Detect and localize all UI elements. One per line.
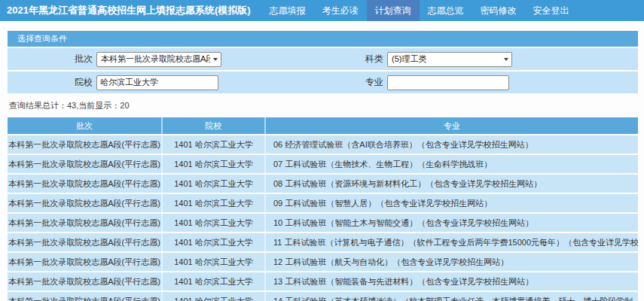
college-label: 院校 [8,76,96,89]
table-header: 批次 院校 专业 [8,117,638,134]
query-panel: 选择查询条件 批次 本科第一批次录取院校志愿A段(平行志愿) 科类 (5)理工类… [8,31,638,93]
cell-major: 13 工科试验班（智能装备与先进材料）（包含专业详见学校招生网站） [266,272,638,290]
cell-college: 1401 哈尔滨工业大学 [163,135,266,154]
top-navbar: 2021年黑龙江省普通高校招生网上填报志愿系统(模拟版) 志愿填报考生必读计划查… [0,0,644,21]
cell-batch: 本科第一批次录取院校志愿A段(平行志愿) [8,253,163,271]
query-row-1: 批次 本科第一批次录取院校志愿A段(平行志愿) 科类 (5)理工类 [8,47,638,70]
batch-label: 批次 [8,53,96,65]
cell-college: 1401 哈尔滨工业大学 [163,292,266,301]
cell-batch: 本科第一批次录取院校志愿A段(平行志愿) [8,292,163,301]
table-row[interactable]: 本科第一批次录取院校志愿A段(平行志愿)1401 哈尔滨工业大学08 工科试验班… [8,175,638,193]
header-major: 专业 [266,117,638,134]
table-row[interactable]: 本科第一批次录取院校志愿A段(平行志愿)1401 哈尔滨工业大学13 工科试验班… [8,272,638,290]
cell-college: 1401 哈尔滨工业大学 [163,253,266,271]
table-row[interactable]: 本科第一批次录取院校志愿A段(平行志愿)1401 哈尔滨工业大学07 工科试验班… [8,155,638,173]
table-row[interactable]: 本科第一批次录取院校志愿A段(平行志愿)1401 哈尔滨工业大学10 工科试验班… [8,214,638,232]
results-table: 批次 院校 专业 本科第一批次录取院校志愿A段(平行志愿)1401 哈尔滨工业大… [8,117,638,301]
nav-item-3[interactable]: 计划查询 [367,0,420,21]
category-select-value: (5)理工类 [392,53,426,65]
main-nav: 志愿填报考生必读计划查询志愿总览密码修改安全登出 [261,0,578,21]
cell-batch: 本科第一批次录取院校志愿A段(平行志愿) [8,135,163,154]
cell-major: 10 工科试验班（智能土木与智能交通）（包含专业详见学校招生网站） [266,214,638,232]
major-label: 专业 [230,76,387,89]
nav-item-2[interactable]: 考生必读 [314,0,367,21]
app-title: 2021年黑龙江省普通高校招生网上填报志愿系统(模拟版) [0,0,251,21]
table-row[interactable]: 本科第一批次录取院校志愿A段(平行志愿)1401 哈尔滨工业大学14 工科试验班… [8,292,638,301]
cell-major: 08 工科试验班（资源环境与新材料化工）（包含专业详见学校招生网站） [266,175,638,193]
result-summary: 查询结果总计：43,当前显示：20 [9,100,638,111]
major-input[interactable] [387,75,509,90]
nav-item-1[interactable]: 志愿填报 [261,0,314,21]
table-row[interactable]: 本科第一批次录取院校志愿A段(平行志愿)1401 哈尔滨工业大学12 工科试验班… [8,253,638,271]
cell-major: 07 工科试验班（生物技术、生物工程）（生命科学挑战班） [266,155,638,173]
batch-select-value: 本科第一批次录取院校志愿A段(平行志愿) [101,53,210,65]
chevron-down-icon [213,58,218,61]
cell-major: 09 工科试验班（智慧人居）（包含专业详见学校招生网站） [266,194,638,212]
cell-batch: 本科第一批次录取院校志愿A段(平行志愿) [8,272,163,290]
header-college: 院校 [163,117,266,134]
cell-college: 1401 哈尔滨工业大学 [163,155,266,173]
cell-college: 1401 哈尔滨工业大学 [163,214,266,232]
nav-item-5[interactable]: 密码修改 [472,0,525,21]
cell-batch: 本科第一批次录取院校志愿A段(平行志愿) [8,214,163,232]
table-row[interactable]: 本科第一批次录取院校志愿A段(平行志愿)1401 哈尔滨工业大学09 工科试验班… [8,194,638,212]
college-input[interactable] [96,75,218,90]
cell-college: 1401 哈尔滨工业大学 [163,194,266,212]
batch-select[interactable]: 本科第一批次录取院校志愿A段(平行志愿) [96,52,221,67]
cell-batch: 本科第一批次录取院校志愿A段(平行志愿) [8,233,163,251]
cell-major: 14 工科试验班（英才本硕博连读）（校本部理工专业任选、本硕博贯通培养、硕士、博… [266,292,638,301]
category-select[interactable]: (5)理工类 [387,52,512,67]
header-batch: 批次 [8,117,163,134]
cell-major: 06 经济管理试验班（含AI联合培养班）（包含专业详见学校招生网站） [266,135,638,154]
table-body: 本科第一批次录取院校志愿A段(平行志愿)1401 哈尔滨工业大学06 经济管理试… [8,135,638,301]
cell-batch: 本科第一批次录取院校志愿A段(平行志愿) [8,155,163,173]
content-area: 选择查询条件 批次 本科第一批次录取院校志愿A段(平行志愿) 科类 (5)理工类… [8,31,638,301]
cell-college: 1401 哈尔滨工业大学 [163,233,266,251]
category-label: 科类 [230,53,387,65]
nav-item-6[interactable]: 安全登出 [525,0,578,21]
cell-college: 1401 哈尔滨工业大学 [163,175,266,193]
cell-college: 1401 哈尔滨工业大学 [163,272,266,290]
cell-major: 12 工科试验班（航天与自动化）（包含专业详见学校招生网站） [266,253,638,271]
chevron-down-icon [504,58,508,61]
query-row-2: 院校 专业 [8,70,638,93]
cell-major: 11 工科试验班（计算机与电子通信）（软件工程专业后两年学费15000元每年）（… [266,233,638,251]
cell-batch: 本科第一批次录取院校志愿A段(平行志愿) [8,175,163,193]
cell-batch: 本科第一批次录取院校志愿A段(平行志愿) [8,194,163,212]
table-row[interactable]: 本科第一批次录取院校志愿A段(平行志愿)1401 哈尔滨工业大学06 经济管理试… [8,135,638,154]
table-row[interactable]: 本科第一批次录取院校志愿A段(平行志愿)1401 哈尔滨工业大学11 工科试验班… [8,233,638,251]
query-panel-title: 选择查询条件 [8,31,638,47]
nav-item-4[interactable]: 志愿总览 [420,0,472,21]
